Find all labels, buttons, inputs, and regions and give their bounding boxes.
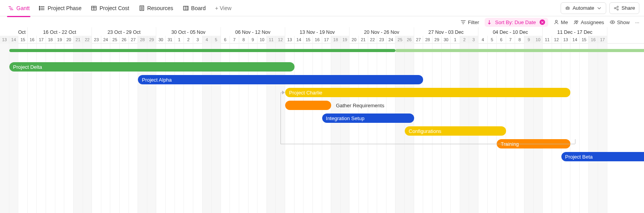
- overview-remaining[interactable]: [395, 49, 644, 52]
- gantt-bar-integration[interactable]: Integration Setup: [322, 113, 414, 123]
- grid-column: [313, 44, 322, 213]
- day-header-cell: 30: [442, 36, 451, 44]
- grid-column: [395, 44, 405, 213]
- day-header-cell: 8: [515, 36, 524, 44]
- week-header: 13 Nov - 19 Nov: [285, 27, 349, 36]
- gantt-bar-beta[interactable]: Project Beta: [561, 152, 644, 161]
- grid-column: [349, 44, 359, 213]
- grid-column: [368, 44, 378, 213]
- share-button[interactable]: Share: [609, 2, 639, 14]
- show-button[interactable]: Show: [610, 19, 630, 25]
- week-header: 04 Dec - 10 Dec: [478, 27, 543, 36]
- day-header-cell: 31: [166, 36, 175, 44]
- list-icon: [39, 5, 45, 11]
- day-header-cell: 20: [64, 36, 74, 44]
- day-header-cell: 12: [552, 36, 561, 44]
- gantt-bar-alpha[interactable]: Project Alpha: [138, 75, 423, 84]
- filter-icon: [461, 19, 466, 25]
- week-header: 27 Nov - 03 Dec: [414, 27, 478, 36]
- week-header-lead: Oct: [0, 27, 28, 36]
- filter-button[interactable]: Filter: [461, 19, 479, 25]
- gantt-bar-delta[interactable]: Project Delta: [9, 62, 295, 72]
- svg-point-35: [612, 21, 613, 23]
- day-header-cell: 14: [9, 36, 19, 44]
- grid-column: [377, 44, 386, 213]
- day-header-cell: 11: [543, 36, 552, 44]
- svg-point-24: [617, 6, 619, 7]
- filter-toolbar: Filter Sort By: Due Date ✕ Me Assignees …: [0, 16, 644, 27]
- week-header: 16 Oct - 22 Oct: [28, 27, 92, 36]
- add-view-button[interactable]: + View: [212, 3, 235, 14]
- gantt-body[interactable]: Project DeltaProject AlphaProject Charli…: [0, 44, 644, 213]
- dependency-line: [281, 93, 282, 93]
- week-header: 30 Oct - 05 Nov: [156, 27, 221, 36]
- tab-label: Project Cost: [99, 5, 129, 11]
- day-header-cell: 2: [460, 36, 469, 44]
- grid-column: [0, 44, 9, 213]
- day-header-cell: 29: [147, 36, 157, 44]
- filter-label: Filter: [468, 19, 479, 25]
- svg-point-7: [39, 8, 40, 9]
- sort-icon: [488, 19, 493, 25]
- dependency-line: [575, 139, 575, 144]
- svg-point-23: [614, 7, 616, 9]
- day-header-cell: 17: [322, 36, 332, 44]
- day-header-cell: 19: [55, 36, 65, 44]
- day-header-cell: 16: [589, 36, 598, 44]
- day-header-cell: 21: [359, 36, 368, 44]
- tab-board[interactable]: Board: [180, 3, 209, 14]
- day-header-cell: 24: [101, 36, 111, 44]
- day-header-cell: 22: [83, 36, 92, 44]
- tab-project-cost[interactable]: Project Cost: [88, 3, 132, 14]
- day-header-cell: 18: [331, 36, 341, 44]
- day-header-cell: 14: [570, 36, 580, 44]
- day-header-cell: 3: [469, 36, 478, 44]
- svg-point-8: [39, 9, 40, 10]
- day-header-cell: 8: [239, 36, 249, 44]
- tab-gantt[interactable]: Gantt: [5, 3, 33, 14]
- gantt-bar-config[interactable]: Configurations: [405, 126, 506, 136]
- gantt-chart: Oct16 Oct - 22 Oct23 Oct - 29 Oct30 Oct …: [0, 27, 644, 213]
- automate-button[interactable]: Automate: [561, 2, 607, 14]
- day-header-cell: 10: [534, 36, 543, 44]
- more-button[interactable]: ···: [635, 19, 639, 25]
- grid-column: [552, 44, 561, 213]
- day-header-cell: 27: [129, 36, 138, 44]
- day-header-cell: 27: [414, 36, 423, 44]
- grid-column: [331, 44, 341, 213]
- day-header-cell: 12: [276, 36, 285, 44]
- eye-icon: [610, 19, 615, 25]
- assignees-button[interactable]: Assignees: [573, 19, 604, 25]
- gantt-bar-charlie[interactable]: Project Charlie: [285, 88, 570, 97]
- person-icon: [554, 19, 559, 25]
- week-header: 11 Dec - 17 Dec: [543, 27, 607, 36]
- svg-rect-16: [183, 6, 188, 10]
- sort-pill[interactable]: Sort By: Due Date ✕: [485, 18, 548, 27]
- overview-progress[interactable]: [9, 49, 396, 52]
- day-header-row: 1314151617181920212223242526272829303112…: [0, 36, 644, 44]
- clear-sort-icon[interactable]: ✕: [540, 19, 545, 25]
- gantt-bar-gather[interactable]: [285, 101, 331, 110]
- tab-label: Project Phase: [48, 5, 81, 11]
- me-toggle[interactable]: Me: [554, 19, 568, 25]
- tab-label: Gantt: [16, 5, 30, 11]
- day-header-cell: 18: [46, 36, 55, 44]
- day-header-cell: 15: [580, 36, 589, 44]
- tab-project-phase[interactable]: Project Phase: [36, 3, 85, 14]
- day-header-cell: 9: [249, 36, 258, 44]
- svg-point-32: [555, 20, 557, 22]
- week-header: 20 Nov - 26 Nov: [349, 27, 414, 36]
- day-header-cell: 29: [432, 36, 442, 44]
- board-icon: [183, 5, 189, 11]
- day-header-cell: 30: [156, 36, 166, 44]
- day-header-cell: 3: [193, 36, 203, 44]
- day-header-cell: 6: [221, 36, 230, 44]
- day-header-cell: 23: [377, 36, 386, 44]
- day-header-cell: 28: [423, 36, 432, 44]
- grid-column: [570, 44, 580, 213]
- day-header-cell: 4: [203, 36, 212, 44]
- svg-line-26: [616, 7, 617, 8]
- grid-column: [598, 44, 607, 213]
- day-header-cell: 15: [18, 36, 28, 44]
- tab-resources[interactable]: Resources: [136, 3, 176, 14]
